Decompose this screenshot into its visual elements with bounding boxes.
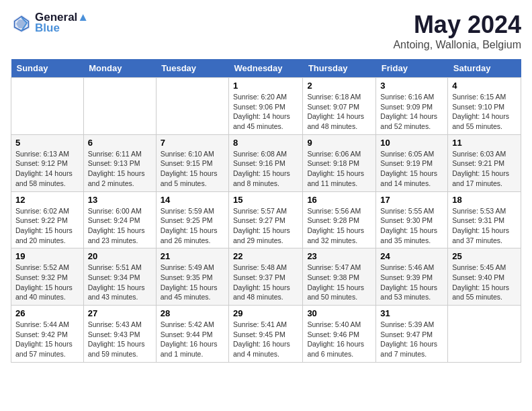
day-number: 8 <box>233 138 298 148</box>
logo-text: General▲ Blue <box>35 11 89 35</box>
day-info: Sunrise: 5:57 AMSunset: 9:27 PMDaylight:… <box>233 206 298 246</box>
day-info: Sunrise: 5:56 AMSunset: 9:28 PMDaylight:… <box>307 206 371 246</box>
calendar-cell: 31Sunrise: 5:39 AMSunset: 9:47 PMDayligh… <box>376 306 448 363</box>
day-info: Sunrise: 5:59 AMSunset: 9:25 PMDaylight:… <box>161 206 224 246</box>
day-info: Sunrise: 5:41 AMSunset: 9:45 PMDaylight:… <box>233 320 298 359</box>
day-info: Sunrise: 5:53 AMSunset: 9:31 PMDaylight:… <box>452 206 517 246</box>
page-header: General▲ Blue May 2024 Antoing, Wallonia… <box>11 11 521 51</box>
day-number: 30 <box>307 308 371 318</box>
day-number: 28 <box>161 308 224 318</box>
calendar-cell: 9Sunrise: 6:06 AMSunset: 9:18 PMDaylight… <box>303 134 376 191</box>
day-number: 25 <box>452 251 517 261</box>
day-number: 17 <box>380 195 443 205</box>
calendar-cell: 24Sunrise: 5:46 AMSunset: 9:39 PMDayligh… <box>376 248 448 306</box>
calendar-cell: 16Sunrise: 5:56 AMSunset: 9:28 PMDayligh… <box>303 191 376 248</box>
day-info: Sunrise: 5:51 AMSunset: 9:34 PMDaylight:… <box>88 263 152 302</box>
day-number: 16 <box>307 195 371 205</box>
day-info: Sunrise: 5:45 AMSunset: 9:40 PMDaylight:… <box>452 263 517 302</box>
calendar-week-row: 1Sunrise: 6:20 AMSunset: 9:06 PMDaylight… <box>11 78 521 135</box>
day-number: 1 <box>233 81 298 91</box>
day-number: 15 <box>233 195 298 205</box>
day-info: Sunrise: 6:16 AMSunset: 9:09 PMDaylight:… <box>380 92 443 132</box>
title-area: May 2024 Antoing, Wallonia, Belgium <box>393 11 521 51</box>
calendar-week-row: 26Sunrise: 5:44 AMSunset: 9:42 PMDayligh… <box>11 306 521 363</box>
day-number: 5 <box>15 138 79 148</box>
day-info: Sunrise: 6:10 AMSunset: 9:15 PMDaylight:… <box>161 149 224 189</box>
calendar-cell: 12Sunrise: 6:02 AMSunset: 9:22 PMDayligh… <box>11 191 84 248</box>
day-number: 19 <box>15 251 79 261</box>
day-info: Sunrise: 6:13 AMSunset: 9:12 PMDaylight:… <box>15 149 79 189</box>
calendar-cell: 3Sunrise: 6:16 AMSunset: 9:09 PMDaylight… <box>376 78 448 135</box>
calendar-cell: 8Sunrise: 6:08 AMSunset: 9:16 PMDaylight… <box>229 134 303 191</box>
calendar-cell: 20Sunrise: 5:51 AMSunset: 9:34 PMDayligh… <box>83 248 156 306</box>
day-info: Sunrise: 5:43 AMSunset: 9:43 PMDaylight:… <box>88 320 152 359</box>
calendar-cell: 27Sunrise: 5:43 AMSunset: 9:43 PMDayligh… <box>83 306 156 363</box>
calendar-cell <box>83 78 156 135</box>
day-number: 20 <box>88 251 152 261</box>
day-number: 3 <box>380 81 443 91</box>
logo-icon <box>11 12 32 34</box>
calendar-cell <box>156 78 228 135</box>
day-info: Sunrise: 6:05 AMSunset: 9:19 PMDaylight:… <box>380 149 443 189</box>
calendar-cell: 23Sunrise: 5:47 AMSunset: 9:38 PMDayligh… <box>303 248 376 306</box>
day-info: Sunrise: 6:18 AMSunset: 9:07 PMDaylight:… <box>307 92 371 132</box>
day-info: Sunrise: 6:08 AMSunset: 9:16 PMDaylight:… <box>233 149 298 189</box>
day-info: Sunrise: 5:52 AMSunset: 9:32 PMDaylight:… <box>15 263 79 302</box>
weekday-header: Monday <box>83 59 156 78</box>
day-number: 10 <box>380 138 443 148</box>
day-number: 6 <box>88 138 152 148</box>
weekday-header: Thursday <box>303 59 376 78</box>
weekday-header: Friday <box>376 59 448 78</box>
calendar-table: SundayMondayTuesdayWednesdayThursdayFrid… <box>11 59 521 363</box>
day-info: Sunrise: 6:11 AMSunset: 9:13 PMDaylight:… <box>88 149 152 189</box>
day-number: 18 <box>452 195 517 205</box>
day-number: 31 <box>380 308 443 318</box>
day-info: Sunrise: 6:20 AMSunset: 9:06 PMDaylight:… <box>233 92 298 132</box>
weekday-header: Wednesday <box>229 59 303 78</box>
calendar-cell: 7Sunrise: 6:10 AMSunset: 9:15 PMDaylight… <box>156 134 228 191</box>
calendar-cell: 30Sunrise: 5:40 AMSunset: 9:46 PMDayligh… <box>303 306 376 363</box>
calendar-cell: 28Sunrise: 5:42 AMSunset: 9:44 PMDayligh… <box>156 306 228 363</box>
day-number: 23 <box>307 251 371 261</box>
day-number: 24 <box>380 251 443 261</box>
day-number: 7 <box>161 138 224 148</box>
calendar-cell: 15Sunrise: 5:57 AMSunset: 9:27 PMDayligh… <box>229 191 303 248</box>
day-number: 12 <box>15 195 79 205</box>
day-info: Sunrise: 5:44 AMSunset: 9:42 PMDaylight:… <box>15 320 79 359</box>
day-info: Sunrise: 5:42 AMSunset: 9:44 PMDaylight:… <box>161 320 224 359</box>
day-info: Sunrise: 6:15 AMSunset: 9:10 PMDaylight:… <box>452 92 517 132</box>
day-number: 4 <box>452 81 517 91</box>
day-number: 14 <box>161 195 224 205</box>
day-number: 26 <box>15 308 79 318</box>
calendar-week-row: 5Sunrise: 6:13 AMSunset: 9:12 PMDaylight… <box>11 134 521 191</box>
day-info: Sunrise: 5:48 AMSunset: 9:37 PMDaylight:… <box>233 263 298 302</box>
day-number: 29 <box>233 308 298 318</box>
calendar-cell: 19Sunrise: 5:52 AMSunset: 9:32 PMDayligh… <box>11 248 84 306</box>
weekday-header: Tuesday <box>156 59 228 78</box>
day-number: 9 <box>307 138 371 148</box>
day-info: Sunrise: 5:47 AMSunset: 9:38 PMDaylight:… <box>307 263 371 302</box>
logo: General▲ Blue <box>11 11 89 35</box>
calendar-cell: 22Sunrise: 5:48 AMSunset: 9:37 PMDayligh… <box>229 248 303 306</box>
calendar-header-row: SundayMondayTuesdayWednesdayThursdayFrid… <box>11 59 521 78</box>
calendar-cell: 17Sunrise: 5:55 AMSunset: 9:30 PMDayligh… <box>376 191 448 248</box>
day-info: Sunrise: 5:40 AMSunset: 9:46 PMDaylight:… <box>307 320 371 359</box>
day-number: 2 <box>307 81 371 91</box>
calendar-cell: 21Sunrise: 5:49 AMSunset: 9:35 PMDayligh… <box>156 248 228 306</box>
calendar-cell: 4Sunrise: 6:15 AMSunset: 9:10 PMDaylight… <box>448 78 521 135</box>
calendar-cell: 18Sunrise: 5:53 AMSunset: 9:31 PMDayligh… <box>448 191 521 248</box>
day-info: Sunrise: 6:00 AMSunset: 9:24 PMDaylight:… <box>88 206 152 246</box>
calendar-cell: 14Sunrise: 5:59 AMSunset: 9:25 PMDayligh… <box>156 191 228 248</box>
day-number: 13 <box>88 195 152 205</box>
day-number: 21 <box>161 251 224 261</box>
weekday-header: Sunday <box>11 59 84 78</box>
calendar-cell: 6Sunrise: 6:11 AMSunset: 9:13 PMDaylight… <box>83 134 156 191</box>
calendar-cell: 29Sunrise: 5:41 AMSunset: 9:45 PMDayligh… <box>229 306 303 363</box>
day-info: Sunrise: 6:03 AMSunset: 9:21 PMDaylight:… <box>452 149 517 189</box>
day-number: 22 <box>233 251 298 261</box>
location-title: Antoing, Wallonia, Belgium <box>393 39 521 51</box>
day-number: 11 <box>452 138 517 148</box>
calendar-cell: 5Sunrise: 6:13 AMSunset: 9:12 PMDaylight… <box>11 134 84 191</box>
day-info: Sunrise: 5:46 AMSunset: 9:39 PMDaylight:… <box>380 263 443 302</box>
calendar-cell: 25Sunrise: 5:45 AMSunset: 9:40 PMDayligh… <box>448 248 521 306</box>
